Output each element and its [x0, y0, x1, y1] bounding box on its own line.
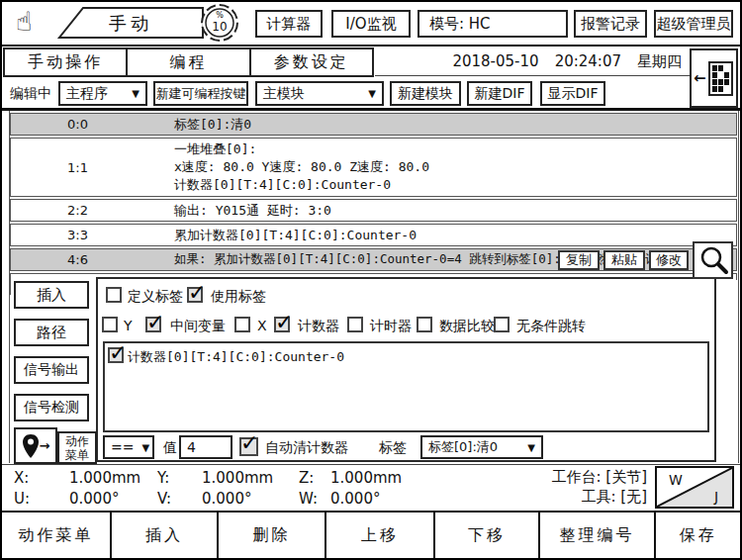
w-axis-value: 0.000° — [330, 490, 380, 508]
io-monitor-button[interactable]: I/O监视 — [331, 10, 411, 38]
define-label-text: 定义标签 — [128, 288, 183, 306]
insert-button[interactable]: 插入 — [110, 513, 217, 558]
world-mode-label: W — [669, 472, 683, 488]
y-axis-value: 1.000mm — [202, 469, 273, 487]
data-compare-label: 数据比较 — [439, 318, 495, 335]
auto-clear-counter-label: 自动清计数器 — [265, 439, 348, 457]
checkbox-define-label[interactable] — [106, 287, 122, 303]
intermediate-variable-label: 中间变量 — [170, 318, 226, 335]
checkbox-use-label[interactable] — [187, 287, 203, 303]
copy-button[interactable]: 复制 — [558, 250, 600, 270]
z-axis-label: Z: — [299, 469, 314, 487]
row-number: 1:1 — [11, 160, 144, 175]
action-menu-label: 动作 — [65, 434, 89, 448]
x-axis-label: X: — [14, 469, 29, 487]
checkbox-counter-operand[interactable] — [108, 347, 124, 363]
module-select-value: 主模块 — [263, 85, 305, 103]
x-label: X — [257, 318, 267, 333]
alarm-log-button[interactable]: 报警记录 — [574, 10, 647, 38]
program-row[interactable]: 2:2 输出: Y015通 延时: 3:0 — [10, 199, 737, 222]
nav-tabs: 手动操作 编程 参数设定 — [3, 47, 374, 77]
editing-status-label: 编辑中 — [10, 85, 51, 103]
action-menu-button[interactable]: 动作菜单 — [2, 513, 110, 558]
model-number-field[interactable]: 模号: HC — [417, 10, 568, 38]
operand-list-box: 计数器[0][T:4][C:0]:Counter-0 — [103, 341, 709, 432]
mode-label: 手动 — [109, 13, 152, 34]
row-text: 标签[0]:清0 — [174, 116, 251, 134]
save-button[interactable]: 保存 — [654, 513, 740, 558]
mode-banner: 手动 % 10 — [53, 3, 253, 45]
date-text: 2018-05-10 — [452, 52, 538, 70]
insert-side-button[interactable]: 插入 — [14, 281, 89, 309]
time-text: 20:24:07 — [555, 52, 621, 70]
program-row[interactable]: 0:0 标签[0]:清0 — [10, 113, 737, 136]
move-down-button[interactable]: 下移 — [433, 513, 538, 558]
u-axis-label: U: — [14, 490, 30, 508]
show-dif-button[interactable]: 显示DIF — [540, 81, 605, 106]
program-select[interactable]: 主程序 ▼ — [58, 81, 147, 106]
action-menu-label: 菜单 — [65, 448, 89, 462]
weekday-text: 星期四 — [637, 52, 682, 71]
value-input[interactable]: 4 — [179, 435, 232, 459]
checkbox-auto-clear-counter[interactable] — [239, 437, 258, 456]
datetime-bar: 2018-05-10 20:24:07 星期四 — [375, 47, 692, 76]
world-joint-toggle[interactable]: W J — [655, 466, 734, 509]
operator-value: == — [111, 439, 134, 455]
signal-output-button[interactable]: 信号输出 — [14, 356, 89, 384]
v-axis-label: V: — [157, 490, 171, 508]
paste-button[interactable]: 粘贴 — [603, 250, 645, 270]
app-window: ☝ 手动 % 10 计算器 I/O监视 模号: HC 报警记录 超级管理员 手动… — [0, 0, 742, 560]
joint-mode-label: J — [713, 489, 718, 505]
u-axis-value: 0.000° — [69, 490, 119, 508]
workbench-mode-label: 工作台: [关节] — [477, 468, 647, 487]
calculator-button[interactable]: 计算器 — [255, 10, 323, 38]
tool-mode-label: 工具: [无] — [477, 488, 647, 507]
y-axis-label: Y: — [157, 469, 169, 487]
counter-operand-label: 计数器[0][T:4][C:0]:Counter-0 — [128, 348, 344, 366]
jump-label-select[interactable]: 标签[0]:清0 ▼ — [420, 435, 543, 459]
checkbox-counter[interactable] — [274, 317, 290, 332]
operator-select[interactable]: == ▼ — [103, 435, 154, 459]
location-pin-icon — [22, 433, 40, 459]
modify-button[interactable]: 修改 — [649, 250, 689, 270]
jump-label-value: 标签[0]:清0 — [428, 438, 498, 456]
new-dif-button[interactable]: 新建DIF — [467, 81, 532, 106]
program-row[interactable]: 1:1 一堆堆叠[0]: x速度: 80.0 Y速度: 80.0 Z速度: 80… — [10, 138, 737, 197]
value-label: 值 — [163, 439, 177, 457]
checkbox-data-compare[interactable] — [417, 317, 432, 332]
checkbox-intermediate-variable[interactable] — [145, 317, 161, 332]
coordinates-bar: X: 1.000mm Y: 1.000mm Z: 1.000mm U: 0.00… — [2, 464, 740, 511]
checkbox-unconditional-jump[interactable] — [494, 317, 510, 332]
path-button[interactable]: 路径 — [14, 319, 89, 346]
new-programmable-key-button[interactable]: 新建可编程按键 — [153, 81, 248, 106]
module-select[interactable]: 主模块 ▼ — [255, 81, 384, 106]
program-select-value: 主程序 — [66, 85, 108, 103]
delete-button[interactable]: 删除 — [217, 513, 325, 558]
search-button[interactable] — [693, 241, 733, 279]
position-pin-button[interactable]: → — [14, 427, 57, 464]
action-menu-side-button[interactable]: 动作 菜单 — [57, 431, 97, 464]
signal-check-button[interactable]: 信号检测 — [14, 394, 89, 421]
use-label-text: 使用标签 — [211, 288, 266, 306]
move-up-button[interactable]: 上移 — [325, 513, 433, 558]
checkbox-y[interactable] — [102, 317, 118, 332]
tab-parameter-setting[interactable]: 参数设定 — [251, 49, 372, 75]
renumber-button[interactable]: 整理编号 — [538, 513, 654, 558]
timer-label: 计时器 — [370, 318, 412, 335]
unconditional-jump-label: 无条件跳转 — [516, 318, 586, 335]
new-module-button[interactable]: 新建模块 — [390, 81, 461, 106]
keypad-panel-button[interactable]: ← — [690, 48, 738, 108]
row-number: 2:2 — [11, 203, 144, 218]
magnifier-icon — [697, 244, 729, 276]
program-row[interactable]: 3:3 累加计数器[0][T:4][C:0]:Counter-0 — [10, 224, 737, 246]
tab-programming[interactable]: 编程 — [128, 49, 250, 75]
tab-manual-operation[interactable]: 手动操作 — [5, 49, 128, 75]
arrow-right-icon: → — [40, 438, 50, 453]
checkbox-timer[interactable] — [347, 317, 363, 332]
chevron-down-icon: ▼ — [141, 442, 149, 453]
checkbox-x[interactable] — [234, 317, 250, 332]
admin-button[interactable]: 超级管理员 — [654, 10, 733, 38]
chevron-down-icon: ▼ — [527, 442, 535, 453]
row-number: 0:0 — [11, 117, 144, 132]
gauge-value: 10 — [212, 20, 227, 34]
